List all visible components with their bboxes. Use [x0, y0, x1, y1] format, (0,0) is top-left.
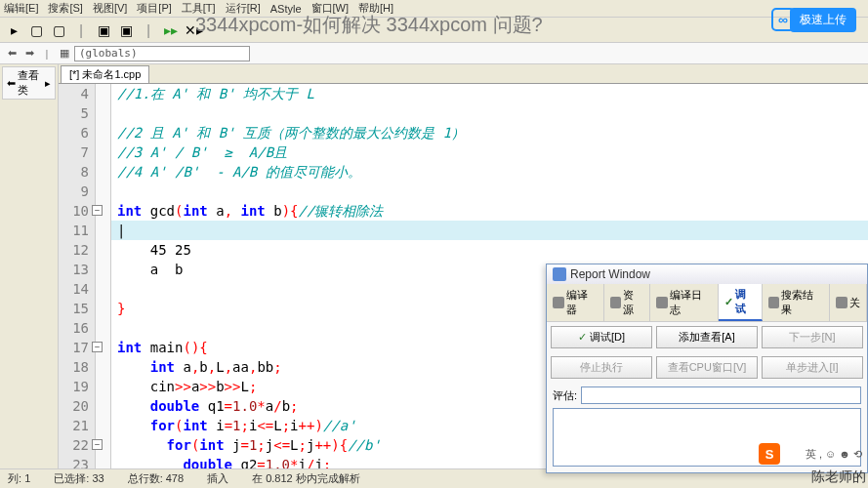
back-icon[interactable]: ⬅: [4, 46, 20, 61]
run-icon[interactable]: ▸▸: [161, 20, 181, 40]
tab-icon: [836, 297, 847, 308]
menu-item[interactable]: 编辑[E]: [4, 1, 38, 16]
chevron-left-icon: ⬅: [7, 77, 16, 90]
doc-icon[interactable]: ▦: [57, 46, 72, 61]
tool-icon[interactable]: ▣: [116, 20, 136, 40]
code-line[interactable]: int gcd(int a, int b){//辗转相除法: [111, 201, 868, 221]
report-window: Report Window 编译器资源编译日志✓调试搜索结果关 ✓ 调试[D]添…: [546, 264, 868, 473]
globals-select[interactable]: (globals): [74, 46, 250, 61]
report-action-button: 下一步[N]: [762, 326, 863, 348]
menu-item[interactable]: 项目[P]: [137, 1, 171, 16]
report-action-button: 停止执行: [551, 356, 652, 379]
tool-icon[interactable]: ▸: [4, 20, 23, 40]
report-title: Report Window: [547, 264, 867, 284]
tab-icon: [610, 297, 622, 308]
tool-icon[interactable]: ▢: [49, 20, 68, 40]
code-line[interactable]: [111, 182, 868, 201]
code-line[interactable]: //2 且 A' 和 B' 互质（两个整数的最大公约数是 1）: [111, 123, 868, 142]
fold-icon[interactable]: −: [92, 205, 103, 216]
report-action-button: 单步进入[I]: [762, 356, 863, 379]
fold-icon[interactable]: −: [92, 342, 103, 352]
forward-icon[interactable]: ➡: [21, 46, 37, 61]
report-tab[interactable]: 搜索结果: [763, 284, 830, 321]
tab-icon: [768, 297, 780, 308]
overlay-title: 3344xpcom-如何解决 3344xpcom 问题?: [195, 12, 543, 38]
tab-icon: [656, 297, 668, 308]
chevron-right-icon: ▸: [45, 77, 51, 90]
upload-button[interactable]: 极速上传: [790, 8, 856, 32]
eval-input[interactable]: [581, 386, 861, 404]
code-line[interactable]: 45 25: [111, 240, 868, 260]
report-action-button: 查看CPU窗口[V]: [656, 356, 758, 379]
report-icon: [553, 267, 566, 281]
report-tab[interactable]: 编译器: [547, 284, 604, 321]
report-tab[interactable]: ✓调试: [719, 284, 763, 321]
tool-icon[interactable]: ▢: [26, 20, 46, 40]
check-icon: ✓: [578, 331, 587, 343]
report-tab[interactable]: 关: [830, 284, 867, 321]
tab-icon: [553, 297, 564, 308]
view-class-tab[interactable]: ⬅ 查看类 ▸: [2, 66, 56, 100]
code-line[interactable]: //1.在 A' 和 B' 均不大于 L: [111, 84, 868, 103]
report-action-button[interactable]: 添加查看[A]: [656, 326, 758, 348]
eval-label: 评估:: [553, 388, 577, 403]
report-action-button[interactable]: ✓ 调试[D]: [551, 326, 652, 348]
check-icon: ✓: [724, 296, 733, 308]
nav-row: ⬅ ➡ | ▦ (globals): [0, 43, 868, 64]
report-tabs: 编译器资源编译日志✓调试搜索结果关: [547, 284, 867, 322]
code-line[interactable]: [111, 103, 868, 123]
tool-icon[interactable]: ▣: [94, 20, 113, 40]
fold-icon[interactable]: −: [92, 439, 103, 450]
report-tab[interactable]: 编译日志: [650, 284, 718, 321]
report-tab[interactable]: 资源: [604, 284, 651, 321]
ime-bar[interactable]: 英 , ☺ ☻ ⟲: [806, 443, 862, 465]
code-line[interactable]: //4 A' /B' - A/B 的值尽可能小。: [111, 162, 868, 182]
menu-item[interactable]: 视图[V]: [93, 1, 127, 16]
side-panel: ⬅ 查看类 ▸: [0, 64, 59, 468]
file-tab[interactable]: [*] 未命名1.cpp: [61, 65, 149, 83]
menu-item[interactable]: 搜索[S]: [48, 1, 82, 16]
teacher-label: 陈老师的: [811, 468, 866, 486]
code-line[interactable]: |: [111, 221, 868, 240]
file-tabs: [*] 未命名1.cpp: [59, 64, 868, 84]
ime-icon[interactable]: S: [759, 443, 780, 465]
code-line[interactable]: //3 A' / B' ≥ A/B且: [111, 142, 868, 162]
